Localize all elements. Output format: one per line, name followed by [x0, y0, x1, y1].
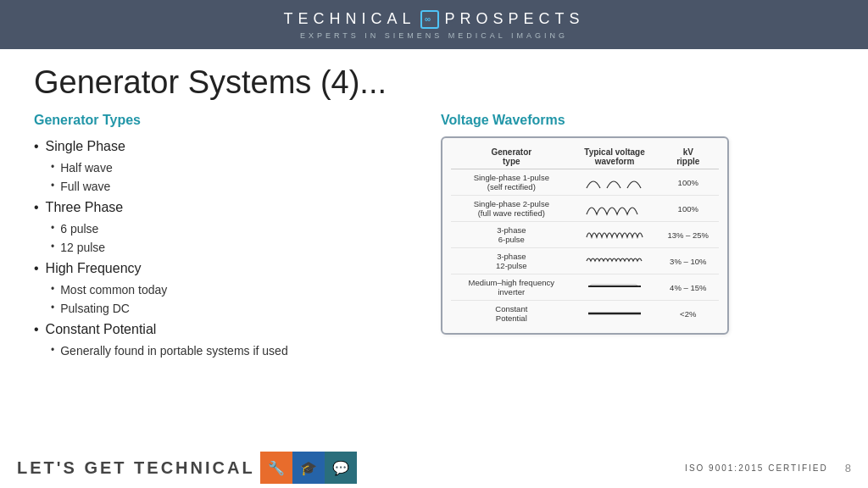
pulsating-dc-label: Pulsating DC	[60, 300, 130, 318]
waveform-svg-halfwave	[585, 173, 644, 191]
table-header-row: Generatortype Typical voltagewaveform kV…	[451, 145, 719, 169]
row-ripple-highfreq: 4% – 15%	[658, 274, 720, 301]
table-row: Single-phase 1-pulse(self rectified) 100…	[451, 169, 719, 196]
main-content: Generator Systems (4)... Generator Types…	[0, 49, 868, 447]
12pulse-label: 12 pulse	[60, 239, 105, 257]
list-item-three-phase: Three Phase	[34, 197, 424, 218]
waveform-svg-constant	[585, 304, 644, 323]
waveform-svg-highfreq	[585, 278, 644, 297]
footer-certification: ISO 9001:2015 CERTIFIED	[685, 463, 828, 473]
right-column: Voltage Waveforms Generatortype Typical …	[441, 113, 834, 439]
table-row: 3-phase6-pulse 13% – 25%	[451, 222, 719, 248]
col-header-type: Generatortype	[451, 145, 572, 169]
full-wave-label: Full wave	[60, 178, 110, 196]
row-name-highfreq: Medium–high frequencyinverter	[451, 274, 572, 301]
footer-right: ISO 9001:2015 CERTIFIED 8	[685, 462, 851, 474]
row-name-3phase-12: 3-phase12-pulse	[451, 248, 572, 274]
waveform-svg-fullwave	[585, 199, 644, 218]
header-title-part2: PROSPECTS	[444, 10, 584, 28]
header-subtitle: EXPERTS IN SIEMENS MEDICAL IMAGING	[300, 31, 568, 40]
list-item-constant-potential: Constant Potential	[34, 319, 424, 340]
list-item-single-phase: Single Phase	[34, 136, 424, 157]
constant-potential-sub-list: Generally found in portable systems if u…	[51, 342, 424, 360]
row-ripple-single-1: 100%	[658, 169, 720, 196]
single-phase-label: Single Phase	[46, 136, 125, 157]
footer-icon-support: 💬	[325, 452, 357, 484]
table-row: Single-phase 2-pulse(full wave rectified…	[451, 196, 719, 222]
list-item-pulsating-dc: Pulsating DC	[51, 300, 424, 318]
row-ripple-3phase-12: 3% – 10%	[658, 248, 720, 274]
list-item-high-freq: High Frequency	[34, 258, 424, 279]
list-item-generally-found: Generally found in portable systems if u…	[51, 342, 424, 360]
row-waveform-single-1	[572, 169, 658, 196]
col-header-waveform: Typical voltagewaveform	[572, 145, 658, 169]
logo-icon: ∞	[420, 10, 439, 29]
constant-potential-label: Constant Potential	[46, 319, 157, 340]
waveform-svg-6pulse	[585, 225, 644, 244]
row-name-single-2: Single-phase 2-pulse(full wave rectified…	[451, 196, 572, 222]
footer: LET'S GET TECHNICAL 🔧 🎓 💬 ISO 9001:2015 …	[0, 447, 868, 488]
list-item-most-common: Most common today	[51, 281, 424, 299]
footer-page-number: 8	[845, 462, 851, 474]
row-ripple-3phase-6: 13% – 25%	[658, 222, 720, 248]
row-waveform-highfreq	[572, 274, 658, 301]
header-title-part1: TECHNICAL	[283, 10, 415, 28]
row-name-constant: ConstantPotential	[451, 301, 572, 327]
table-row: Medium–high frequencyinverter 4% – 15%	[451, 274, 719, 301]
waveform-table-container: Generatortype Typical voltagewaveform kV…	[441, 136, 729, 335]
left-column: Generator Types Single Phase Half wave F…	[34, 113, 424, 439]
waveform-svg-12pulse	[585, 252, 644, 270]
most-common-label: Most common today	[60, 281, 167, 299]
row-waveform-constant	[572, 301, 658, 327]
generator-types-list: Single Phase Half wave Full wave Three P…	[34, 136, 424, 360]
list-item-12pulse: 12 pulse	[51, 239, 424, 257]
col-header-ripple: kVripple	[658, 145, 720, 169]
content-area: Generator Types Single Phase Half wave F…	[34, 113, 834, 439]
table-row: ConstantPotential <2%	[451, 301, 719, 327]
half-wave-label: Half wave	[60, 159, 112, 177]
page-title: Generator Systems (4)...	[34, 64, 834, 101]
footer-icon-training: 🎓	[292, 452, 325, 484]
list-item-half-wave: Half wave	[51, 159, 424, 177]
high-freq-sub-list: Most common today Pulsating DC	[51, 281, 424, 318]
row-name-single-1: Single-phase 1-pulse(self rectified)	[451, 169, 572, 196]
footer-tagline: LET'S GET TECHNICAL	[17, 458, 255, 478]
row-ripple-single-2: 100%	[658, 196, 720, 222]
generator-types-heading: Generator Types	[34, 113, 424, 128]
footer-icon-parts: 🔧	[260, 452, 292, 484]
waveform-table: Generatortype Typical voltagewaveform kV…	[451, 145, 719, 326]
high-freq-label: High Frequency	[46, 258, 142, 279]
list-item-6pulse: 6 pulse	[51, 220, 424, 238]
table-row: 3-phase12-pulse 3% – 10%	[451, 248, 719, 274]
6pulse-label: 6 pulse	[60, 220, 98, 238]
row-name-3phase-6: 3-phase6-pulse	[451, 222, 572, 248]
three-phase-sub-list: 6 pulse 12 pulse	[51, 220, 424, 257]
generally-found-label: Generally found in portable systems if u…	[60, 342, 287, 360]
header-title: TECHNICAL ∞ PROSPECTS	[283, 10, 584, 29]
row-waveform-3phase-12	[572, 248, 658, 274]
row-ripple-constant: <2%	[658, 301, 720, 327]
voltage-waveforms-heading: Voltage Waveforms	[441, 113, 834, 128]
row-waveform-single-2	[572, 196, 658, 222]
list-item-full-wave: Full wave	[51, 178, 424, 196]
footer-icons: 🔧 🎓 💬	[260, 452, 357, 484]
row-waveform-3phase-6	[572, 222, 658, 248]
three-phase-label: Three Phase	[46, 197, 124, 218]
footer-left: LET'S GET TECHNICAL 🔧 🎓 💬	[17, 452, 357, 484]
single-phase-sub-list: Half wave Full wave	[51, 159, 424, 196]
header: TECHNICAL ∞ PROSPECTS EXPERTS IN SIEMENS…	[0, 0, 868, 49]
